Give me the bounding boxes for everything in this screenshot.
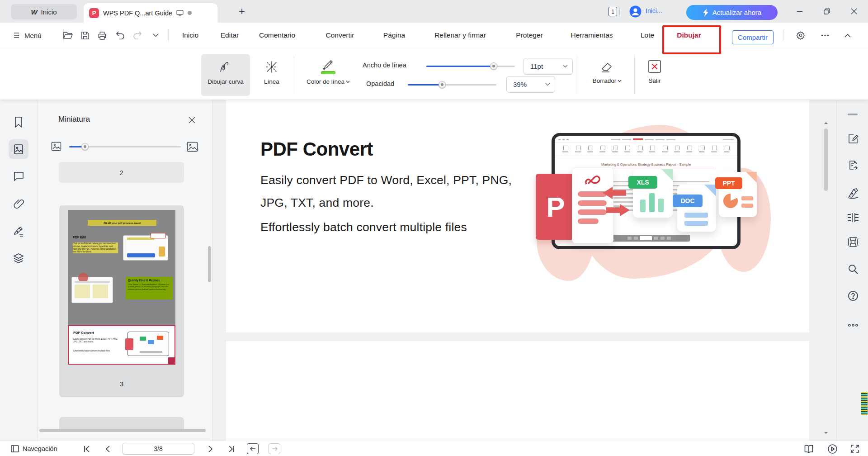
comments-panel-icon[interactable]	[9, 166, 28, 186]
thumbnail-page-2[interactable]: 2	[59, 162, 184, 183]
draw-curve-button[interactable]: Dibujar curva	[201, 54, 250, 96]
avatar[interactable]	[629, 5, 642, 18]
slider-thumb[interactable]	[439, 81, 446, 88]
redo-button[interactable]	[132, 29, 143, 41]
highlight-corner-handle[interactable]	[168, 357, 175, 364]
tab-editar[interactable]: Editar	[217, 29, 242, 41]
restore-button[interactable]	[819, 5, 835, 18]
close-button[interactable]	[846, 5, 862, 18]
tab-convertir[interactable]: Convertir	[322, 29, 358, 41]
columns-layout-icon[interactable]	[847, 211, 859, 224]
tab-lote[interactable]: Lote	[637, 29, 658, 41]
open-folder-button[interactable]	[62, 29, 74, 41]
draw-toolbar: Dibujar curva Línea Color de línea Ancho…	[0, 48, 868, 100]
thumbnail-zoom-slider[interactable]	[69, 143, 181, 150]
thumbnail-page-4-partial[interactable]	[59, 417, 184, 430]
line-width-label: Ancho de línea	[363, 62, 406, 69]
window-count-badge[interactable]: 1	[609, 7, 619, 16]
opacity-slider[interactable]	[408, 81, 496, 88]
export-page-icon[interactable]	[847, 159, 859, 171]
navigation-toggle[interactable]: Navegación	[11, 443, 57, 454]
arrow-right-icon	[606, 204, 630, 218]
layers-icon[interactable]	[9, 248, 28, 268]
panel-horizontal-scrollbar[interactable]	[39, 429, 206, 432]
tab-comentario[interactable]: Comentario	[256, 29, 298, 41]
divider	[634, 56, 635, 95]
previous-page-button[interactable]	[101, 443, 114, 454]
panel-title: Miniatura	[58, 115, 90, 124]
document-tab[interactable]: P WPS PDF Q...art Guide	[84, 3, 217, 23]
xls-file-card: XLS	[633, 169, 673, 218]
page-indicator-input[interactable]: 3/8	[122, 443, 194, 455]
thumbnail-page-3[interactable]: Fit all your pdf process need PDF Edit C…	[59, 205, 184, 397]
right-sidebar	[836, 100, 868, 441]
settings-gear-icon[interactable]	[795, 29, 807, 41]
zoom-out-thumbnails-icon[interactable]	[51, 142, 61, 151]
signature-icon[interactable]	[9, 221, 28, 241]
tab-rellenar-y-firmar[interactable]: Rellenar y firmar	[424, 29, 496, 41]
undo-button[interactable]	[114, 29, 126, 41]
more-options-icon[interactable]	[819, 29, 831, 41]
next-page-button[interactable]	[204, 443, 217, 454]
scroll-up-icon[interactable]	[823, 120, 829, 126]
tab-dibujar[interactable]: Dibujar	[671, 29, 707, 41]
save-button[interactable]	[79, 29, 91, 41]
print-button[interactable]	[96, 29, 108, 41]
update-now-button[interactable]: Actualizar ahora	[686, 5, 778, 20]
home-tab[interactable]: W Inicio	[11, 4, 77, 19]
tab-herramientas[interactable]: Herramientas	[563, 29, 620, 41]
attachment-icon[interactable]	[9, 194, 28, 214]
titlebar: W Inicio P WPS PDF Q...art Guide + 1 Ini…	[0, 0, 868, 23]
view-back-button[interactable]	[247, 443, 259, 454]
share-button[interactable]: Compartir	[732, 30, 774, 44]
thumb-find-box: Quickly Find & Replace Click "Home" > "F…	[126, 277, 173, 299]
thumbnail-panel-icon[interactable]	[9, 139, 28, 159]
eraser-button[interactable]: Borrador	[587, 54, 627, 96]
slider-thumb[interactable]	[81, 143, 89, 150]
chevron-down-icon	[545, 83, 550, 86]
navigation-label: Navegación	[23, 445, 57, 452]
bookmark-icon[interactable]	[9, 112, 28, 132]
doc-illustration: Marketing & Operations Strategy Business…	[531, 118, 757, 294]
account-name[interactable]: Inici...	[646, 7, 669, 14]
signature-pen-icon[interactable]	[847, 187, 859, 200]
view-forward-button[interactable]	[269, 443, 280, 454]
draw-curve-label: Dibujar curva	[208, 78, 244, 85]
exit-draw-button[interactable]: Salir	[640, 54, 670, 96]
compress-icon[interactable]	[847, 236, 859, 248]
document-tab-title: WPS PDF Q...art Guide	[103, 10, 172, 17]
search-icon[interactable]	[847, 263, 859, 276]
collapse-ribbon-icon[interactable]	[842, 29, 854, 41]
presentation-play-icon[interactable]	[826, 443, 839, 454]
panel-vertical-scrollbar[interactable]	[208, 246, 211, 282]
scrollbar-thumb[interactable]	[824, 128, 828, 191]
more-tools-icon[interactable]	[847, 319, 859, 332]
line-width-dropdown[interactable]: 11pt	[524, 58, 573, 75]
read-mode-icon[interactable]	[802, 443, 816, 454]
zoom-in-thumbnails-icon[interactable]	[187, 142, 198, 152]
scroll-down-icon[interactable]	[823, 430, 829, 436]
tab-inicio[interactable]: Inicio	[179, 29, 202, 41]
edit-pdf-icon[interactable]	[847, 133, 859, 145]
wps-pdf-app: W Inicio P WPS PDF Q...art Guide + 1 Ini…	[0, 0, 868, 456]
new-tab-button[interactable]: +	[235, 5, 249, 18]
first-page-button[interactable]	[80, 443, 93, 454]
last-page-button[interactable]	[225, 443, 238, 454]
line-color-button[interactable]: Color de línea	[299, 54, 357, 96]
line-width-slider[interactable]	[426, 62, 515, 70]
help-icon[interactable]	[847, 290, 859, 302]
line-tool-button[interactable]: Línea	[254, 54, 289, 96]
ppt-file-card: PPT	[719, 172, 757, 217]
panel-close-icon[interactable]	[187, 115, 197, 125]
pdf-file-icon: P	[89, 8, 99, 18]
chevron-down-icon[interactable]	[150, 29, 161, 41]
slider-thumb[interactable]	[490, 62, 497, 70]
menu-button[interactable]: Menú	[14, 29, 42, 42]
opacity-dropdown[interactable]: 39%	[506, 76, 555, 93]
update-now-label: Actualizar ahora	[712, 9, 761, 16]
fullscreen-icon[interactable]	[848, 443, 862, 454]
tab-proteger[interactable]: Proteger	[510, 29, 549, 41]
collapse-handle-icon[interactable]	[848, 114, 858, 115]
minimize-button[interactable]	[792, 5, 807, 18]
tab-pagina[interactable]: Página	[380, 29, 408, 41]
